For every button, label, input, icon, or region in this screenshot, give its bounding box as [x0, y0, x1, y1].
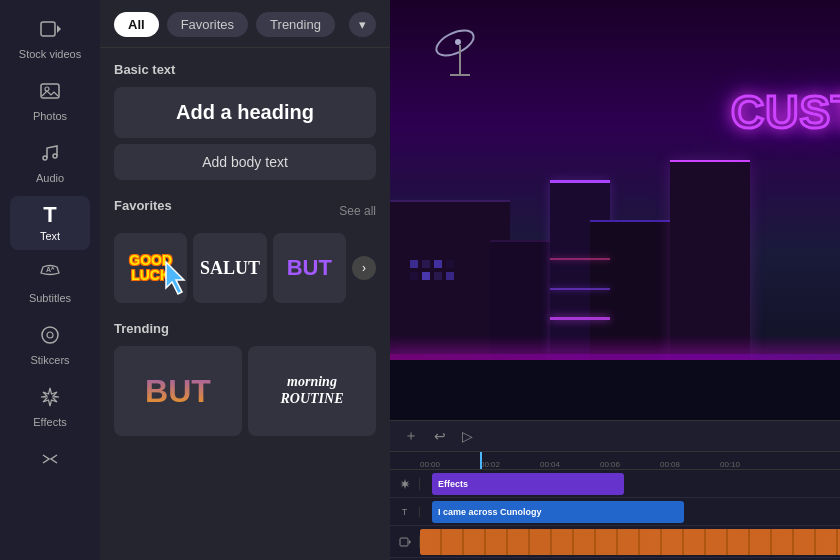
favorites-see-all[interactable]: See all: [339, 204, 376, 218]
sidebar-item-stickers-label: Stikcers: [30, 354, 69, 366]
sidebar-item-photos[interactable]: Photos: [10, 72, 90, 130]
buildings: [390, 140, 840, 360]
sidebar-item-audio[interactable]: Audio: [10, 134, 90, 192]
track-label-text: T: [390, 507, 420, 517]
sidebar-item-text-label: Text: [40, 230, 60, 242]
sidebar-item-stock-videos[interactable]: Stock videos: [10, 10, 90, 68]
track-content-text: I came across Cunology Text: [420, 498, 840, 525]
morning-text: morningROUTINE: [280, 374, 343, 408]
preview-canvas: LOGO CUSTOMIZE: [390, 0, 840, 420]
track-content-effects: Effects Effects: [420, 470, 840, 497]
split-icon: [39, 448, 61, 474]
filter-favorites[interactable]: Favorites: [167, 12, 248, 37]
svg-marker-1: [57, 25, 61, 33]
svg-point-5: [53, 154, 57, 158]
svg-point-4: [43, 156, 47, 160]
svg-point-8: [47, 332, 53, 338]
clip-video[interactable]: [420, 529, 840, 555]
svg-point-7: [42, 327, 58, 343]
svg-point-9: [433, 25, 478, 60]
filter-dropdown[interactable]: ▾: [349, 12, 376, 37]
favorites-section: Favorites See all GOODLUCK SALUT BUT ›: [114, 198, 376, 303]
svg-text:Aᴬ: Aᴬ: [46, 266, 55, 273]
svg-rect-13: [400, 538, 408, 546]
track-content-video: [420, 526, 840, 557]
audio-icon: [39, 142, 61, 168]
filter-all[interactable]: All: [114, 12, 159, 37]
track-row-effects: Effects Effects: [390, 470, 840, 498]
timeline: ＋ ↩ ▷ 00:02 00:56 00:00 00:02 00:04 00:0…: [390, 420, 840, 560]
sidebar-item-audio-label: Audio: [36, 172, 64, 184]
ground: [390, 360, 840, 420]
track-label-video: [390, 536, 420, 548]
but-text: BUT: [287, 255, 332, 281]
playhead: [480, 452, 482, 469]
style-card-good-luck[interactable]: GOODLUCK: [114, 233, 187, 303]
sidebar-item-split[interactable]: [10, 440, 90, 482]
stickers-icon: [39, 324, 61, 350]
photos-icon: [39, 80, 61, 106]
salut-text: SALUT: [200, 258, 260, 279]
panel-content: Basic text Add a heading Add body text F…: [100, 48, 390, 560]
timeline-ruler: 00:00 00:02 00:04 00:06 00:08 00:10: [390, 452, 840, 470]
sidebar-item-effects-label: Effects: [33, 416, 66, 428]
customize-text: CUSTOMIZE: [731, 85, 840, 139]
clip-effects-1[interactable]: Effects: [432, 473, 624, 495]
trending-but-text: BUT: [145, 373, 211, 410]
building-windows: [410, 260, 454, 280]
svg-rect-0: [41, 22, 55, 36]
svg-point-12: [455, 39, 461, 45]
sidebar: Stock videos Photos Audio T Text: [0, 0, 100, 560]
preview-area: LOGO CUSTOMIZE ＋ ↩ ▷ 00:02 00:56 00:00 0…: [390, 0, 840, 560]
trending-section: Trending BUT morningROUTINE: [114, 321, 376, 436]
favorites-grid: GOODLUCK SALUT BUT ›: [114, 233, 376, 303]
stock-videos-icon: [39, 18, 61, 44]
timeline-toolbar: ＋ ↩ ▷ 00:02 00:56: [390, 421, 840, 452]
trending-card-but[interactable]: BUT: [114, 346, 242, 436]
sidebar-item-effects[interactable]: Effects: [10, 378, 90, 436]
play-button[interactable]: ▷: [458, 426, 477, 446]
style-card-salut[interactable]: SALUT: [193, 233, 266, 303]
favorites-header: Favorites See all: [114, 198, 376, 223]
text-panel: All Favorites Trending ▾ Basic text Add …: [100, 0, 390, 560]
track-label-effects: [390, 478, 420, 490]
subtitles-icon: Aᴬ: [39, 262, 61, 288]
sidebar-item-text[interactable]: T Text: [10, 196, 90, 250]
svg-rect-2: [41, 84, 59, 98]
good-luck-text: GOODLUCK: [129, 253, 172, 284]
text-icon: T: [43, 204, 56, 226]
basic-text-section: Basic text Add a heading Add body text: [114, 62, 376, 180]
satellite-dish: [430, 25, 490, 84]
add-body-button[interactable]: Add body text: [114, 144, 376, 180]
filter-trending[interactable]: Trending: [256, 12, 335, 37]
tracks-container: Effects Effects T I came across Cunology…: [390, 470, 840, 560]
style-card-but[interactable]: BUT: [273, 233, 346, 303]
sidebar-item-stock-videos-label: Stock videos: [19, 48, 81, 60]
undo-button[interactable]: ↩: [430, 426, 450, 446]
sidebar-item-subtitles[interactable]: Aᴬ Subtitles: [10, 254, 90, 312]
trending-card-morning[interactable]: morningROUTINE: [248, 346, 376, 436]
clip-text-1[interactable]: I came across Cunology: [432, 501, 684, 523]
sidebar-item-photos-label: Photos: [33, 110, 67, 122]
favorites-next-arrow[interactable]: ›: [352, 256, 376, 280]
basic-text-title: Basic text: [114, 62, 376, 77]
ruler-ticks: 00:00 00:02 00:04 00:06 00:08 00:10: [420, 452, 840, 469]
svg-marker-14: [409, 540, 411, 544]
effects-icon: [39, 386, 61, 412]
sidebar-item-subtitles-label: Subtitles: [29, 292, 71, 304]
track-row-video: [390, 526, 840, 558]
add-heading-button[interactable]: Add a heading: [114, 87, 376, 138]
trending-title: Trending: [114, 321, 376, 336]
sidebar-item-stickers[interactable]: Stikcers: [10, 316, 90, 374]
favorites-title: Favorites: [114, 198, 172, 213]
trending-grid: BUT morningROUTINE: [114, 346, 376, 436]
add-track-button[interactable]: ＋: [400, 425, 422, 447]
track-row-text: T I came across Cunology Text: [390, 498, 840, 526]
filter-bar: All Favorites Trending ▾: [100, 0, 390, 48]
